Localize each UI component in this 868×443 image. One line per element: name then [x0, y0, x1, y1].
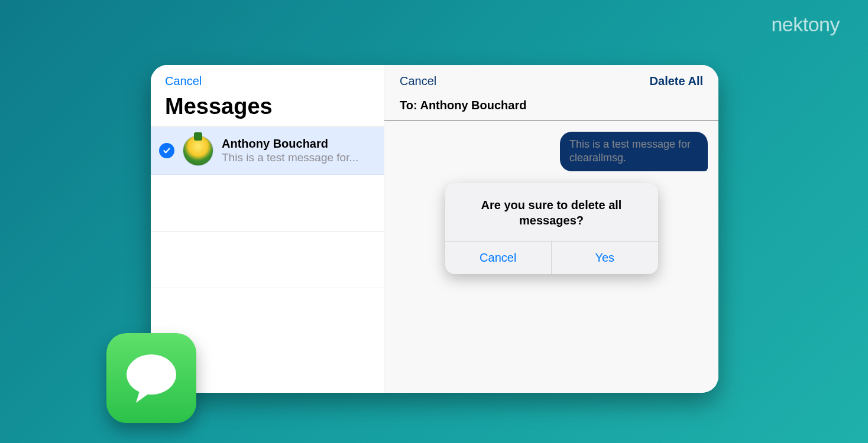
pane-header: Cancel Dalete All: [384, 65, 718, 96]
to-field: To: Anthony Bouchard: [384, 96, 718, 121]
avatar: [183, 135, 213, 166]
checked-icon: [159, 143, 174, 158]
alert-cancel-button[interactable]: Cancel: [445, 242, 552, 274]
conversation-preview: This is a test message for...: [222, 151, 373, 165]
cancel-button[interactable]: Cancel: [165, 74, 202, 88]
list-item: [151, 175, 384, 232]
delete-all-button[interactable]: Dalete All: [650, 74, 703, 88]
conversation-name: Anthony Bouchard: [222, 137, 373, 151]
conversation-item[interactable]: Anthony Bouchard This is a test message …: [151, 127, 384, 175]
page-title: Messages: [151, 88, 384, 126]
list-item: [151, 232, 384, 288]
confirm-delete-dialog: Are you sure to delete all messages? Can…: [445, 183, 658, 274]
alert-title: Are you sure to delete all messages?: [445, 183, 658, 241]
pane-cancel-button[interactable]: Cancel: [400, 74, 436, 88]
alert-yes-button[interactable]: Yes: [552, 242, 658, 274]
to-prefix: To:: [400, 99, 420, 112]
conversation-text: Anthony Bouchard This is a test message …: [222, 137, 373, 165]
messages-app-icon: [106, 333, 196, 423]
message-bubble[interactable]: This is a test message for clearallmsg.: [560, 132, 708, 171]
messages-window: Cancel Messages Anthony Bouchard This is…: [151, 65, 718, 393]
conversation-pane: Cancel Dalete All To: Anthony Bouchard T…: [384, 65, 718, 393]
brand-logo: nektony: [771, 13, 840, 36]
svg-point-0: [127, 354, 176, 395]
to-name: Anthony Bouchard: [420, 99, 526, 112]
